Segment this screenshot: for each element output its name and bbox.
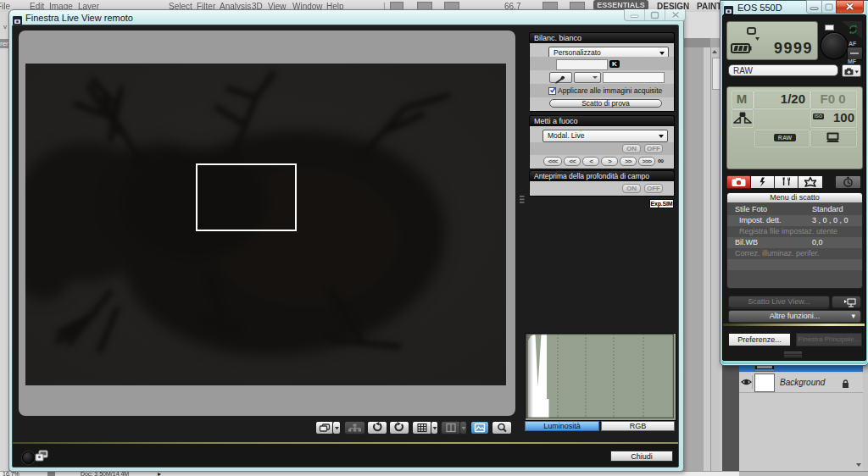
svg-text:9999: 9999: [774, 40, 813, 57]
